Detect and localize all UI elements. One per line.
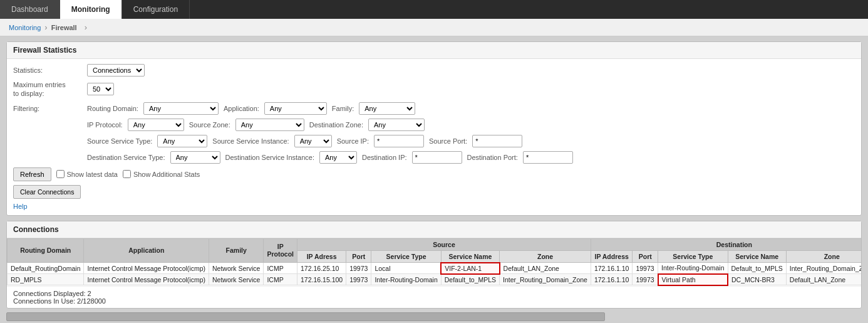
connections-in-use: Connections In Use: 2/128000 bbox=[13, 297, 855, 305]
connections-title: Connections bbox=[7, 221, 861, 238]
col-dst-ip: IP Address bbox=[591, 250, 632, 263]
breadcrumb: Monitoring › Firewall › bbox=[0, 19, 868, 36]
destination-service-type-label: Destination Service Type: bbox=[87, 154, 165, 161]
tab-dashboard[interactable]: Dashboard bbox=[0, 0, 60, 19]
ip-protocol-row: IP Protocol: Any Source Zone: Any Destin… bbox=[87, 119, 855, 131]
cell-family: Network Service bbox=[209, 263, 263, 274]
cell-src-port: 19973 bbox=[346, 274, 371, 285]
show-latest-data-checkbox[interactable] bbox=[56, 170, 65, 178]
cell-application: Internet Control Message Protocol(icmp) bbox=[84, 263, 209, 274]
destination-service-instance-label: Destination Service Instance: bbox=[225, 154, 314, 161]
filtering-row: Filtering: Routing Domain: Any Applicati… bbox=[13, 102, 855, 115]
destination-port-label: Destination Port: bbox=[467, 154, 518, 161]
breadcrumb-monitoring[interactable]: Monitoring bbox=[9, 24, 41, 31]
source-port-input[interactable] bbox=[472, 135, 522, 147]
statistics-row: Statistics: Connections bbox=[13, 64, 855, 77]
col-src-service-type: Service Type bbox=[371, 250, 441, 263]
cell-src-ip: 172.16.15.100 bbox=[297, 274, 346, 285]
family-label: Family: bbox=[332, 105, 354, 112]
clear-connections-button[interactable]: Clear Connections bbox=[13, 185, 81, 199]
table-row: Default_RoutingDomainInternet Control Me… bbox=[8, 263, 862, 274]
main-content: Firewall Statistics Statistics: Connecti… bbox=[0, 36, 868, 323]
cell-dst-port: 19973 bbox=[633, 263, 658, 274]
cell-dst-port: 19973 bbox=[633, 274, 658, 285]
table-row: RD_MPLSInternet Control Message Protocol… bbox=[8, 274, 862, 285]
table-header-group: Routing Domain Application Family IPProt… bbox=[8, 238, 862, 250]
source-service-type-label: Source Service Type: bbox=[87, 137, 152, 145]
help-button[interactable]: Help bbox=[13, 203, 28, 210]
source-service-type-select[interactable]: Any bbox=[157, 135, 207, 147]
destination-service-row: Destination Service Type: Any Destinatio… bbox=[87, 151, 855, 164]
destination-zone-select[interactable]: Any bbox=[368, 119, 425, 131]
ip-protocol-label: IP Protocol: bbox=[87, 121, 123, 129]
col-dst-port: Port bbox=[633, 250, 658, 263]
ip-protocol-select[interactable]: Any bbox=[128, 119, 184, 131]
cell-src-zone: Inter_Routing_Domain_Zone bbox=[500, 274, 591, 285]
cell-dst-zone: Default_LAN_Zone bbox=[786, 274, 861, 285]
col-destination-group: Destination bbox=[591, 238, 861, 250]
connections-table: Routing Domain Application Family IPProt… bbox=[7, 238, 861, 286]
cell-dst-service-type: Inter-Routing-Domain bbox=[658, 263, 728, 274]
col-src-zone: Zone bbox=[500, 250, 591, 263]
source-port-label: Source Port: bbox=[429, 137, 467, 145]
max-entries-select[interactable]: 50 bbox=[87, 83, 114, 95]
destination-zone-label: Destination Zone: bbox=[309, 121, 363, 129]
family-select[interactable]: Any bbox=[359, 102, 415, 115]
col-routing-domain: Routing Domain bbox=[8, 238, 84, 263]
firewall-statistics-section: Firewall Statistics Statistics: Connecti… bbox=[6, 41, 862, 216]
destination-service-type-select[interactable]: Any bbox=[170, 151, 220, 164]
max-entries-row: Maximum entriesto display: 50 bbox=[13, 80, 855, 98]
source-ip-input[interactable] bbox=[374, 135, 424, 147]
col-family: Family bbox=[209, 238, 263, 263]
cell-ip-protocol: ICMP bbox=[264, 263, 297, 274]
firewall-statistics-title: Firewall Statistics bbox=[7, 42, 861, 59]
cell-src-service-name: Default_to_MPLS bbox=[441, 274, 499, 285]
col-dst-zone: Zone bbox=[786, 250, 861, 263]
show-additional-stats-label[interactable]: Show Additional Stats bbox=[123, 170, 200, 178]
cell-application: Internet Control Message Protocol(icmp) bbox=[84, 274, 209, 285]
cell-routing-domain: RD_MPLS bbox=[8, 274, 84, 285]
cell-dst-service-type: Virtual Path bbox=[658, 274, 728, 285]
max-entries-label: Maximum entriesto display: bbox=[13, 80, 82, 98]
source-zone-label: Source Zone: bbox=[189, 121, 230, 129]
source-zone-select[interactable]: Any bbox=[235, 119, 304, 131]
routing-domain-label: Routing Domain: bbox=[87, 105, 138, 112]
breadcrumb-arrow: › bbox=[85, 23, 87, 32]
connections-footer: Connections Displayed: 2 Connections In … bbox=[7, 286, 861, 308]
source-service-instance-select[interactable]: Any bbox=[294, 135, 332, 147]
cell-src-ip: 172.16.25.10 bbox=[297, 263, 346, 274]
application-select[interactable]: Any bbox=[264, 102, 327, 115]
tab-monitoring[interactable]: Monitoring bbox=[60, 0, 122, 19]
statistics-label: Statistics: bbox=[13, 66, 82, 74]
destination-ip-label: Destination IP: bbox=[362, 154, 407, 161]
source-service-instance-label: Source Service Instance: bbox=[212, 137, 289, 145]
destination-ip-input[interactable] bbox=[412, 151, 462, 164]
horizontal-scrollbar[interactable] bbox=[6, 312, 862, 321]
col-application: Application bbox=[84, 238, 209, 263]
destination-service-instance-select[interactable]: Any bbox=[319, 151, 357, 164]
source-ip-label: Source IP: bbox=[337, 137, 369, 145]
refresh-button[interactable]: Refresh bbox=[13, 167, 51, 181]
cell-routing-domain: Default_RoutingDomain bbox=[8, 263, 84, 274]
col-source-group: Source bbox=[297, 238, 591, 250]
breadcrumb-firewall: Firewall bbox=[51, 24, 77, 31]
routing-domain-select[interactable]: Any bbox=[143, 102, 219, 115]
cell-ip-protocol: ICMP bbox=[264, 274, 297, 285]
filtering-label: Filtering: bbox=[13, 105, 82, 112]
breadcrumb-separator: › bbox=[44, 23, 47, 32]
firewall-statistics-body: Statistics: Connections Maximum entriest… bbox=[7, 59, 861, 215]
source-service-row: Source Service Type: Any Source Service … bbox=[87, 135, 855, 147]
cell-src-port: 19973 bbox=[346, 263, 371, 274]
destination-port-input[interactable] bbox=[523, 151, 573, 164]
cell-dst-ip: 172.16.1.10 bbox=[591, 263, 632, 274]
tab-configuration[interactable]: Configuration bbox=[122, 0, 190, 19]
top-navigation: Dashboard Monitoring Configuration bbox=[0, 0, 868, 19]
cell-src-service-type: Inter-Routing-Domain bbox=[371, 274, 441, 285]
statistics-select[interactable]: Connections bbox=[87, 64, 145, 77]
connections-section: Connections Routing Domain Application F… bbox=[6, 221, 862, 309]
show-additional-stats-checkbox[interactable] bbox=[123, 170, 131, 178]
connections-table-wrapper: Routing Domain Application Family IPProt… bbox=[7, 238, 861, 286]
show-latest-data-label[interactable]: Show latest data bbox=[56, 170, 118, 178]
scrollbar-thumb[interactable] bbox=[6, 312, 605, 321]
cell-src-zone: Default_LAN_Zone bbox=[500, 263, 591, 274]
